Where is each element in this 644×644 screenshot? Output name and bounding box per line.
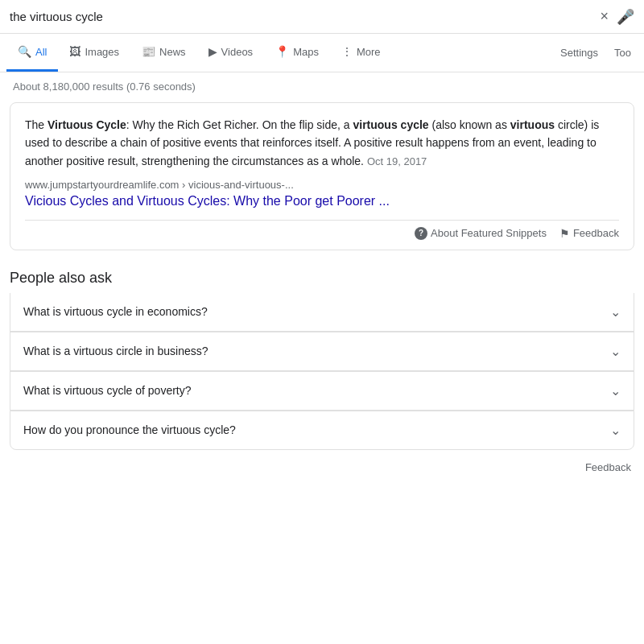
search-icons: × 🎤 <box>600 8 634 26</box>
snippet-footer: ? About Featured Snippets ⚑ Feedback <box>25 220 619 240</box>
tab-maps[interactable]: 📍 Maps <box>264 34 330 72</box>
close-icon[interactable]: × <box>600 8 609 25</box>
paa-title: People also ask <box>10 260 634 293</box>
flag-icon: ⚑ <box>559 227 570 240</box>
result-count: About 8,180,000 results (0.76 seconds) <box>0 72 644 99</box>
result-count-text: About 8,180,000 results (0.76 seconds) <box>13 80 196 93</box>
chevron-down-icon-1: ⌄ <box>610 304 621 320</box>
chevron-down-icon-2: ⌄ <box>610 344 621 359</box>
bottom-feedback[interactable]: Feedback <box>0 453 644 481</box>
feedback-button[interactable]: ⚑ Feedback <box>559 227 619 240</box>
snippet-date: Oct 19, 2017 <box>367 155 427 167</box>
snippet-text: The Virtuous Cycle: Why the Rich Get Ric… <box>25 116 619 171</box>
tab-all[interactable]: 🔍 All <box>6 34 58 72</box>
tab-videos-label: Videos <box>221 46 254 58</box>
paa-question-1: What is virtuous cycle in economics? <box>23 305 208 318</box>
tab-images-label: Images <box>85 46 119 58</box>
paa-question-2: What is a virtuous circle in business? <box>23 345 208 357</box>
about-featured-label: About Featured Snippets <box>431 227 547 239</box>
paa-item-3[interactable]: What is virtuous cycle of poverty? ⌄ <box>10 371 634 411</box>
tab-news[interactable]: 📰 News <box>130 34 197 72</box>
tab-more-label: More <box>357 46 381 58</box>
tab-maps-label: Maps <box>293 46 319 58</box>
featured-snippet: The Virtuous Cycle: Why the Rich Get Ric… <box>10 102 634 250</box>
mic-icon[interactable]: 🎤 <box>617 8 634 26</box>
more-icon: ⋮ <box>341 45 353 58</box>
tools-button[interactable]: Too <box>608 34 638 72</box>
paa-item-1[interactable]: What is virtuous cycle in economics? ⌄ <box>10 293 634 332</box>
question-icon: ? <box>415 227 427 240</box>
people-also-ask: People also ask What is virtuous cycle i… <box>10 260 634 450</box>
images-icon: 🖼 <box>69 45 80 58</box>
paa-question-3: What is virtuous cycle of poverty? <box>23 384 192 397</box>
snippet-link[interactable]: Vicious Cycles and Virtuous Cycles: Why … <box>25 192 619 210</box>
paa-item-2[interactable]: What is a virtuous circle in business? ⌄ <box>10 332 634 371</box>
news-icon: 📰 <box>142 45 155 58</box>
tab-all-label: All <box>35 46 47 58</box>
paa-item-4[interactable]: How do you pronounce the virtuous cycle?… <box>10 411 634 450</box>
tab-images[interactable]: 🖼 Images <box>58 34 130 72</box>
about-featured-snippets[interactable]: ? About Featured Snippets <box>415 227 547 240</box>
tab-videos[interactable]: ▶ Videos <box>197 34 265 72</box>
chevron-down-icon-3: ⌄ <box>610 383 621 398</box>
bottom-feedback-label: Feedback <box>585 461 631 473</box>
chevron-down-icon-4: ⌄ <box>610 423 621 438</box>
videos-icon: ▶ <box>208 45 217 58</box>
tab-news-label: News <box>159 46 186 58</box>
settings-label: Settings <box>560 47 598 59</box>
search-query: the virtuous cycle <box>10 10 600 23</box>
search-bar: the virtuous cycle × 🎤 <box>0 0 644 34</box>
paa-question-4: How do you pronounce the virtuous cycle? <box>23 423 236 436</box>
tools-label: Too <box>614 47 631 59</box>
nav-tabs: 🔍 All 🖼 Images 📰 News ▶ Videos 📍 Maps ⋮ … <box>0 34 644 72</box>
settings-button[interactable]: Settings <box>551 34 608 72</box>
all-icon: 🔍 <box>18 45 31 58</box>
snippet-url: www.jumpstartyourdreamlife.com › vicious… <box>25 179 619 191</box>
maps-icon: 📍 <box>275 45 289 58</box>
feedback-label: Feedback <box>573 227 619 239</box>
tab-more[interactable]: ⋮ More <box>330 34 392 72</box>
